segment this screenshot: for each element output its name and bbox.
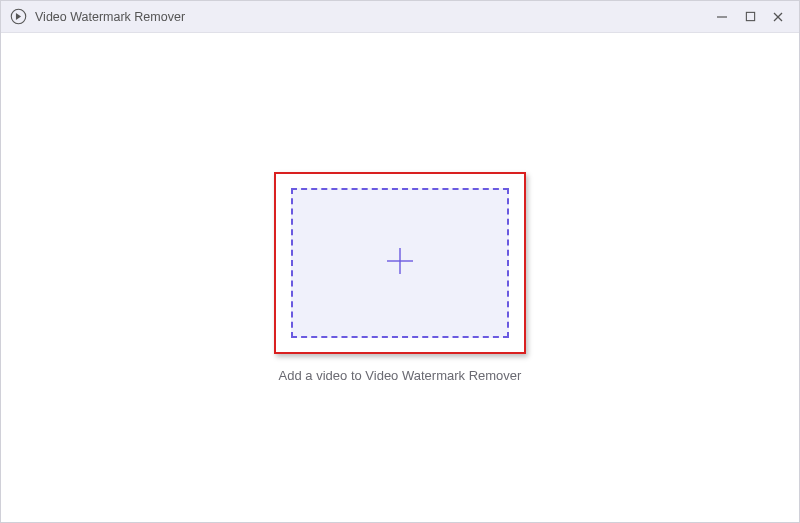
minimize-button[interactable] <box>715 10 729 24</box>
app-window: Video Watermark Remover <box>0 0 800 523</box>
svg-rect-2 <box>746 12 754 20</box>
plus-icon <box>385 246 415 280</box>
close-icon <box>772 11 784 23</box>
dropzone-dashed-area <box>291 188 509 338</box>
window-controls <box>715 10 791 24</box>
close-button[interactable] <box>771 10 785 24</box>
add-video-dropzone[interactable] <box>274 172 526 354</box>
main-content: Add a video to Video Watermark Remover <box>1 33 799 522</box>
maximize-button[interactable] <box>743 10 757 24</box>
app-title: Video Watermark Remover <box>35 10 715 24</box>
titlebar: Video Watermark Remover <box>1 1 799 33</box>
maximize-icon <box>745 11 756 22</box>
minimize-icon <box>716 11 728 23</box>
app-logo-icon <box>9 8 27 26</box>
dropzone-caption: Add a video to Video Watermark Remover <box>279 368 522 383</box>
